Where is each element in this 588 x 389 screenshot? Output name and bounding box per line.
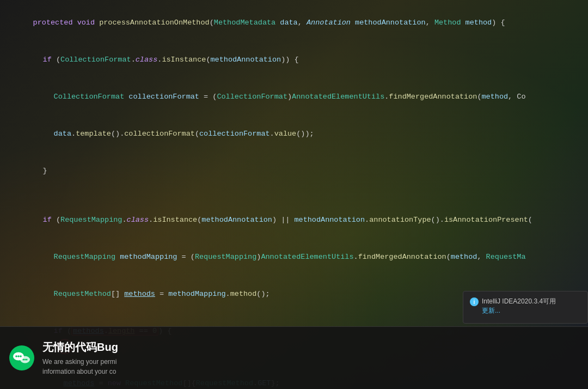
code-line-4: data.template().collectionFormat(collect… <box>0 116 588 153</box>
tooltip-line2: 更新... <box>482 306 556 315</box>
wechat-logo-svg <box>9 345 34 370</box>
info-icon: i <box>470 297 479 306</box>
keyword-void: void <box>77 19 100 27</box>
code-line-5: } <box>0 153 588 190</box>
method-processAnnotation: processAnnotationOnMethod <box>99 19 210 27</box>
svg-point-6 <box>23 359 24 361</box>
wechat-icon <box>9 345 35 371</box>
tooltip-info-row: i IntelliJ IDEA2020.3.4可用 更新... <box>470 297 581 315</box>
code-line-2: if (CollectionFormat.class.isInstance(me… <box>0 41 588 78</box>
truncated-co: Co <box>517 93 525 101</box>
type-method: Method <box>434 19 461 27</box>
tooltip-line1: IntelliJ IDEA2020.3.4可用 <box>482 297 556 306</box>
code-line-1: protected void processAnnotationOnMethod… <box>0 4 588 41</box>
wechat-subtitle-line1: We are asking your permi <box>42 358 117 366</box>
wechat-text-block: 无情的代码Bug We are asking your permi inform… <box>42 340 579 376</box>
type-methodmetadata: MethodMetadata <box>214 19 275 27</box>
svg-point-7 <box>24 359 26 361</box>
svg-point-8 <box>26 359 28 361</box>
svg-point-2 <box>15 355 17 357</box>
code-line-empty1 <box>0 190 588 202</box>
wechat-channel-name: 无情的代码Bug <box>42 340 579 355</box>
wechat-description: We are asking your permi information abo… <box>42 357 579 376</box>
svg-point-3 <box>17 355 20 357</box>
code-line-7: if (RequestMapping.class.isInstance(meth… <box>0 202 588 239</box>
code-line-8: RequestMapping methodMapping = (RequestM… <box>0 239 588 276</box>
type-annotation: Annotation <box>307 19 351 27</box>
keyword-protected: protected <box>33 19 77 27</box>
tooltip-content: IntelliJ IDEA2020.3.4可用 更新... <box>482 297 556 315</box>
wechat-notification-bar[interactable]: 无情的代码Bug We are asking your permi inform… <box>0 326 588 389</box>
code-line-3: CollectionFormat collectionFormat = (Col… <box>0 78 588 116</box>
intellij-tooltip[interactable]: i IntelliJ IDEA2020.3.4可用 更新... <box>463 291 588 324</box>
svg-point-4 <box>20 355 22 357</box>
wechat-subtitle-line2: information about your co <box>42 368 116 375</box>
